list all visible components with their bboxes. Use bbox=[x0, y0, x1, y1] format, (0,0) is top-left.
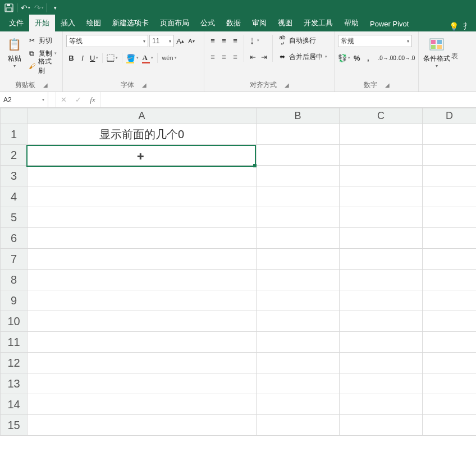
cell[interactable] bbox=[257, 207, 340, 228]
worksheet-grid[interactable]: A B C D 1显示前面的几个0 2 3 4 5 6 7 8 9 10 11 … bbox=[0, 108, 476, 436]
cell[interactable] bbox=[423, 228, 477, 249]
cell[interactable] bbox=[423, 332, 477, 353]
cell[interactable] bbox=[423, 290, 477, 311]
cell[interactable] bbox=[423, 394, 477, 415]
bold-button[interactable]: B bbox=[66, 52, 76, 63]
dialog-launcher-icon[interactable]: ◢ bbox=[285, 82, 289, 88]
save-icon[interactable] bbox=[2, 1, 16, 15]
percent-format-icon[interactable]: % bbox=[352, 52, 362, 63]
italic-button[interactable]: I bbox=[77, 52, 88, 63]
paste-button[interactable]: 📋 粘贴 ▾ bbox=[3, 35, 26, 69]
cell[interactable] bbox=[340, 290, 423, 311]
wrap-text-button[interactable]: ab⤶自动换行 bbox=[276, 35, 329, 46]
redo-icon[interactable]: ↷▾ bbox=[32, 1, 45, 15]
cell[interactable] bbox=[28, 415, 257, 436]
cell[interactable] bbox=[340, 186, 423, 207]
cell[interactable] bbox=[28, 290, 257, 311]
cell[interactable] bbox=[340, 373, 423, 394]
row-header[interactable]: 10 bbox=[1, 311, 28, 332]
cell[interactable] bbox=[28, 207, 257, 228]
cell[interactable] bbox=[28, 394, 257, 415]
cell[interactable] bbox=[257, 290, 340, 311]
tab-developer[interactable]: 开发工具 bbox=[298, 15, 338, 31]
cell[interactable] bbox=[340, 228, 423, 249]
undo-icon[interactable]: ↶▾ bbox=[19, 1, 32, 15]
cell[interactable] bbox=[257, 145, 340, 166]
row-header[interactable]: 5 bbox=[1, 207, 28, 228]
formula-input[interactable] bbox=[100, 92, 476, 107]
font-color-button[interactable]: A▾ bbox=[141, 52, 154, 63]
increase-decimal-icon[interactable]: .0→.00 bbox=[378, 52, 396, 63]
tab-draw[interactable]: 绘图 bbox=[81, 15, 107, 31]
column-header[interactable]: A bbox=[28, 108, 257, 124]
cell[interactable] bbox=[28, 332, 257, 353]
cell[interactable] bbox=[28, 270, 257, 290]
cell[interactable] bbox=[423, 186, 477, 207]
cell[interactable] bbox=[340, 332, 423, 353]
cell[interactable] bbox=[423, 207, 477, 228]
increase-font-icon[interactable]: A▴ bbox=[175, 35, 185, 47]
cell[interactable] bbox=[423, 145, 477, 166]
cell[interactable] bbox=[340, 311, 423, 332]
align-middle-icon[interactable]: ≡ bbox=[219, 35, 229, 46]
row-header[interactable]: 15 bbox=[1, 415, 28, 436]
number-format-select[interactable]: 常规▾ bbox=[338, 35, 412, 47]
cell[interactable] bbox=[28, 186, 257, 207]
cell[interactable] bbox=[257, 373, 340, 394]
tab-formulas[interactable]: 公式 bbox=[195, 15, 221, 31]
cell[interactable] bbox=[340, 353, 423, 373]
dialog-launcher-icon[interactable]: ◢ bbox=[43, 82, 48, 88]
cell[interactable] bbox=[423, 311, 477, 332]
row-header[interactable]: 6 bbox=[1, 228, 28, 249]
row-header[interactable]: 9 bbox=[1, 290, 28, 311]
row-header[interactable]: 13 bbox=[1, 373, 28, 394]
tab-page-layout[interactable]: 页面布局 bbox=[154, 15, 195, 31]
font-size-select[interactable]: 11▾ bbox=[149, 35, 174, 47]
font-name-select[interactable]: 等线▾ bbox=[66, 35, 148, 47]
insert-function-icon[interactable]: fx bbox=[85, 95, 100, 104]
cell[interactable] bbox=[340, 145, 423, 166]
more-icon[interactable]: 扌 bbox=[460, 21, 474, 31]
cell[interactable] bbox=[340, 270, 423, 290]
align-center-icon[interactable]: ≡ bbox=[219, 51, 229, 62]
cell[interactable] bbox=[423, 124, 477, 145]
enter-formula-icon[interactable]: ✓ bbox=[71, 95, 85, 104]
cell[interactable] bbox=[28, 145, 257, 166]
row-header[interactable]: 4 bbox=[1, 186, 28, 207]
cell[interactable] bbox=[257, 311, 340, 332]
accounting-format-icon[interactable]: 💱▾ bbox=[338, 52, 351, 63]
cell[interactable] bbox=[423, 249, 477, 270]
cell[interactable] bbox=[257, 124, 340, 145]
tab-file[interactable]: 文件 bbox=[3, 15, 29, 31]
comma-format-icon[interactable]: , bbox=[363, 52, 373, 63]
fill-color-button[interactable]: 🪣▾ bbox=[125, 52, 140, 63]
tab-powerpivot[interactable]: Power Pivot bbox=[364, 16, 414, 31]
align-left-icon[interactable]: ≡ bbox=[208, 51, 218, 62]
cell[interactable] bbox=[28, 353, 257, 373]
row-header[interactable]: 7 bbox=[1, 249, 28, 270]
cell[interactable] bbox=[257, 166, 340, 186]
cancel-formula-icon[interactable]: ✕ bbox=[56, 95, 71, 104]
conditional-formatting-button[interactable]: 条件格式 ▾ bbox=[422, 35, 451, 69]
cell[interactable] bbox=[340, 415, 423, 436]
align-top-icon[interactable]: ≡ bbox=[208, 35, 218, 46]
underline-button[interactable]: U▾ bbox=[89, 52, 99, 63]
cell[interactable] bbox=[257, 186, 340, 207]
cell[interactable] bbox=[257, 415, 340, 436]
merge-center-button[interactable]: ⬌合并后居中▾ bbox=[276, 51, 329, 62]
increase-indent-icon[interactable]: ⇥ bbox=[259, 51, 269, 62]
cell[interactable] bbox=[340, 124, 423, 145]
row-header[interactable]: 14 bbox=[1, 394, 28, 415]
cell[interactable] bbox=[28, 166, 257, 186]
row-header[interactable]: 11 bbox=[1, 332, 28, 353]
tab-newtab[interactable]: 新建选项卡 bbox=[107, 15, 154, 31]
cut-button[interactable]: ✂剪切 bbox=[26, 35, 59, 46]
cell[interactable] bbox=[257, 353, 340, 373]
row-header[interactable]: 2 bbox=[1, 145, 28, 166]
cell[interactable] bbox=[423, 353, 477, 373]
tab-data[interactable]: 数据 bbox=[221, 15, 246, 31]
cell[interactable] bbox=[423, 373, 477, 394]
row-header[interactable]: 1 bbox=[1, 124, 28, 145]
cell[interactable] bbox=[423, 415, 477, 436]
align-bottom-icon[interactable]: ≡ bbox=[230, 35, 240, 46]
